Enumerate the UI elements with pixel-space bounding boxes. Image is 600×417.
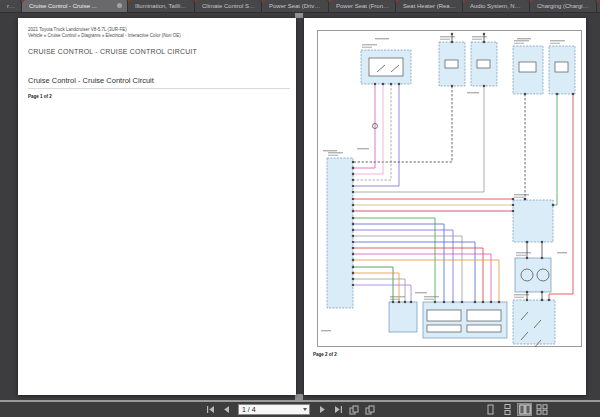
tab-label: Seat Heater (Rear) (S... bbox=[403, 0, 457, 12]
next-page-button[interactable] bbox=[315, 404, 329, 416]
bottom-toolbar bbox=[0, 400, 600, 417]
tab-label: Power Seat (Front Pa... bbox=[336, 0, 390, 12]
tab-marker-icon bbox=[396, 0, 400, 4]
tab-label: Illumination, Taillight (... bbox=[135, 0, 189, 12]
tab-audio-system-naviga[interactable]: Audio System, Naviga... bbox=[463, 0, 530, 12]
tab-cruise-control-cruise[interactable]: Cruise Control - Cruise ... bbox=[22, 0, 128, 12]
page-2: Page 2 of 2 bbox=[304, 18, 586, 395]
document-title: CRUISE CONTROL - CRUISE CONTROL CIRCUIT bbox=[28, 48, 288, 55]
last-page-icon bbox=[334, 405, 343, 414]
previous-page-button[interactable] bbox=[219, 404, 233, 416]
breadcrumb: Vehicle » Cruise Control » Diagrams » El… bbox=[28, 33, 288, 39]
page-number-field-wrap bbox=[238, 404, 310, 415]
overlapping-pages-button-1[interactable] bbox=[347, 404, 361, 416]
pane-splitter-top bbox=[295, 13, 303, 18]
next-page-icon bbox=[318, 405, 327, 414]
document-area[interactable]: 2021 Toyota Truck Landcruiser V8-5.7L (3… bbox=[0, 13, 600, 400]
overlapping-pages-button-2[interactable] bbox=[363, 404, 377, 416]
page-number-dropdown-caret-icon[interactable] bbox=[303, 408, 307, 411]
page-1: 2021 Toyota Truck Landcruiser V8-5.7L (3… bbox=[18, 18, 296, 395]
tab-label: rna... bbox=[7, 0, 16, 12]
grid-view-icon bbox=[536, 404, 548, 415]
tab-marker-icon bbox=[22, 0, 26, 3]
two-page-view-button[interactable] bbox=[517, 403, 532, 416]
tab-seat-heater-rear-s[interactable]: Seat Heater (Rear) (S... bbox=[396, 0, 463, 12]
tab-marker-icon bbox=[195, 0, 199, 4]
page-2-label: Page 2 of 2 bbox=[313, 352, 337, 357]
tab-climate-control-seat[interactable]: Climate Control Seat, ... bbox=[195, 0, 262, 12]
first-page-button[interactable] bbox=[203, 404, 217, 416]
tab-marker-icon bbox=[128, 0, 132, 4]
tab-label: Audio System, Naviga... bbox=[470, 0, 524, 12]
tab-close-icon[interactable] bbox=[117, 3, 122, 8]
first-page-icon bbox=[206, 405, 215, 414]
continuous-view-button[interactable] bbox=[500, 403, 515, 416]
section-divider bbox=[28, 88, 290, 89]
tab-label: Climate Control Seat, ... bbox=[202, 0, 256, 12]
page-number-input[interactable] bbox=[239, 405, 303, 414]
continuous-view-icon bbox=[502, 404, 513, 415]
tab-rna[interactable]: rna... bbox=[0, 0, 22, 12]
page-1-label: Page 1 of 2 bbox=[28, 94, 296, 99]
tab-illumination-taillight[interactable]: Illumination, Taillight (... bbox=[128, 0, 195, 12]
tab-power-seat-front-pa[interactable]: Power Seat (Front Pa... bbox=[329, 0, 396, 12]
tab-marker-icon bbox=[262, 0, 266, 4]
overlapping-pages-icon-2 bbox=[365, 405, 375, 415]
grid-view-button[interactable] bbox=[534, 403, 549, 416]
single-page-view-icon bbox=[485, 404, 496, 415]
tab-bar: rna...Cruise Control - Cruise ...Illumin… bbox=[0, 0, 600, 13]
single-page-view-button[interactable] bbox=[483, 403, 498, 416]
section-title: Cruise Control - Cruise Control Circuit bbox=[28, 76, 288, 85]
tab-label: Power Seat (Driver's ... bbox=[269, 0, 323, 12]
tab-label: Charging (Charging Sy... bbox=[537, 0, 591, 12]
tab-marker-icon bbox=[463, 0, 467, 4]
last-page-button[interactable] bbox=[331, 404, 345, 416]
tab-power-seat-driver-s[interactable]: Power Seat (Driver's ... bbox=[262, 0, 329, 12]
overlapping-pages-icon-1 bbox=[349, 405, 359, 415]
tab-label: Cruise Control - Cruise ... bbox=[29, 0, 113, 12]
tab-charging-charging-sy[interactable]: Charging (Charging Sy... bbox=[530, 0, 597, 12]
tab-marker-icon bbox=[329, 0, 333, 4]
view-mode-group bbox=[482, 403, 550, 416]
pdf-viewer-window: rna...Cruise Control - Cruise ...Illumin… bbox=[0, 0, 600, 417]
wiring-diagram bbox=[317, 30, 582, 347]
tab-marker-icon bbox=[530, 0, 534, 4]
two-page-view-icon bbox=[519, 404, 531, 415]
previous-page-icon bbox=[222, 405, 231, 414]
